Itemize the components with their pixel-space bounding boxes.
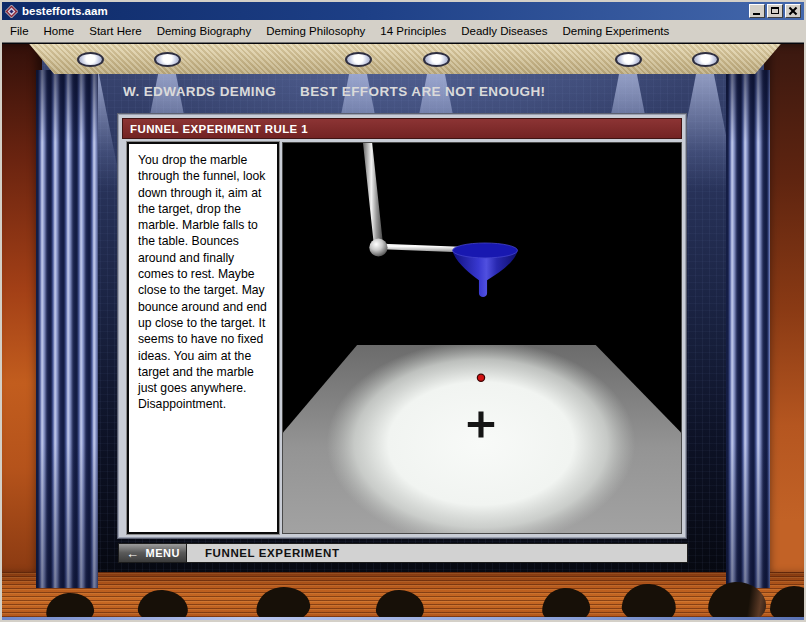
menu-deadly-diseases[interactable]: Deadly Diseases [461,25,547,37]
maximize-icon [771,7,779,14]
window-title: bestefforts.aam [22,5,108,17]
menu-home[interactable]: Home [44,25,75,37]
ceiling-light [692,52,719,67]
window-bottom-border [2,617,804,620]
content-panel: FUNNEL EXPERIMENT RULE 1 You drop the ma… [117,113,687,539]
marble [477,374,484,381]
menu-deming-philosophy[interactable]: Deming Philosophy [266,25,365,37]
ceiling-light [423,52,450,67]
page-title: W. EDWARDS DEMINGBEST EFFORTS ARE NOT EN… [123,84,546,99]
funnel-rim [453,243,518,258]
panel-body: You drop the marble through the funnel, … [122,142,682,534]
menu-start-here[interactable]: Start Here [89,25,141,37]
maximize-button[interactable] [767,4,783,18]
menu-file[interactable]: File [10,25,29,37]
stage: W. EDWARDS DEMINGBEST EFFORTS ARE NOT EN… [2,44,804,620]
support-arm-horizontal [383,246,460,249]
back-arrow-icon: ← [126,547,140,560]
panel-title: FUNNEL EXPERIMENT RULE 1 [122,118,682,139]
navigation-bar: ← MENU FUNNEL EXPERIMENT [118,543,688,563]
close-button[interactable] [785,4,801,18]
arm-ball-joint [369,239,387,257]
minimize-icon [753,13,760,15]
app-window: bestefforts.aam File Home Start Here Dem… [0,0,806,622]
curtain-right [726,70,770,588]
funnel-experiment-scene [282,142,682,534]
menu-deming-experiments[interactable]: Deming Experiments [562,25,669,37]
stage-ceiling [2,44,804,74]
proscenium-wall-right [764,44,804,574]
menu-button[interactable]: ← MENU [119,544,187,562]
ceiling-light [77,52,104,67]
window-controls [749,4,801,18]
ceiling-light [615,52,642,67]
menu-deming-biography[interactable]: Deming Biography [157,25,252,37]
menu-14-principles[interactable]: 14 Principles [380,25,446,37]
menu-button-label: MENU [146,547,180,559]
menu-bar: File Home Start Here Deming Biography De… [2,20,804,43]
curtain-left [36,70,98,588]
tagline: BEST EFFORTS ARE NOT ENOUGH! [300,84,545,99]
description-box: You drop the marble through the funnel, … [127,142,279,534]
section-caption: FUNNEL EXPERIMENT [205,547,340,559]
minimize-button[interactable] [749,4,765,18]
ceiling-light [345,52,372,67]
speaker-name: W. EDWARDS DEMING [123,84,276,99]
ceiling-light [154,52,181,67]
title-bar[interactable]: bestefforts.aam [2,2,804,20]
authorware-app-icon [5,5,18,18]
